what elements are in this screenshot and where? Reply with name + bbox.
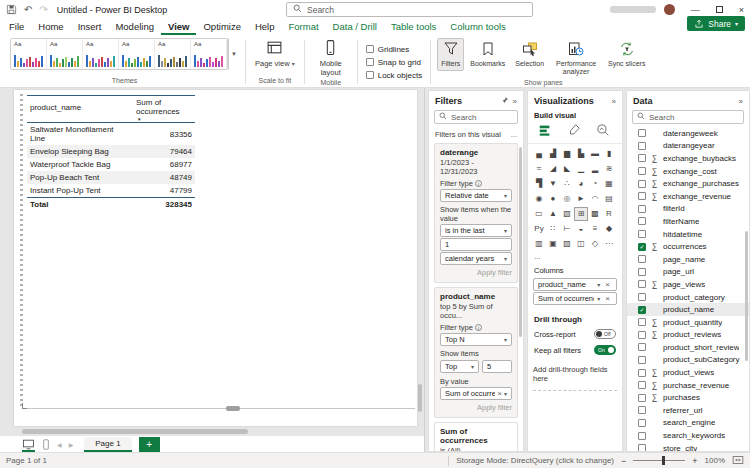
more-visuals-icon[interactable]: ... bbox=[528, 250, 622, 261]
filter-input[interactable]: 5 bbox=[482, 360, 512, 373]
remove-icon[interactable]: × bbox=[605, 280, 610, 289]
filters-button[interactable]: Filters bbox=[437, 38, 464, 71]
visual-type-line-and-stacked-column-chart[interactable]: ▁ bbox=[575, 163, 587, 175]
visual-type-paginated-report[interactable]: ▥ bbox=[533, 238, 545, 250]
visual-type-custom-visual-1[interactable]: ▨ bbox=[561, 238, 573, 250]
avatar[interactable] bbox=[664, 4, 675, 15]
field-checkbox[interactable] bbox=[638, 180, 646, 188]
visual-type-matrix[interactable]: ▩ bbox=[589, 208, 601, 220]
field-checkbox[interactable] bbox=[638, 154, 646, 162]
previous-page-button[interactable]: ◀ bbox=[57, 441, 62, 448]
field-page-views[interactable]: ∑page_views bbox=[627, 278, 749, 291]
apply-filter-button[interactable]: Apply filter bbox=[440, 403, 512, 412]
format-visual-tab[interactable] bbox=[567, 123, 581, 139]
field-checkbox[interactable] bbox=[638, 356, 646, 364]
menu-view[interactable]: View bbox=[161, 19, 196, 35]
collapse-pane-icon[interactable]: » bbox=[513, 97, 517, 106]
global-search-box[interactable]: Search bbox=[286, 2, 533, 17]
apply-filter-button[interactable]: Apply filter bbox=[440, 268, 512, 277]
checkbox-lock-objects[interactable]: Lock objects bbox=[366, 71, 422, 80]
field-checkbox[interactable] bbox=[638, 394, 646, 402]
field-checkbox[interactable] bbox=[638, 318, 646, 326]
field-product-name[interactable]: ✓product_name bbox=[627, 303, 749, 316]
field-checkbox[interactable] bbox=[638, 444, 646, 451]
visual-type-line-and-clustered-column-chart[interactable]: ▂ bbox=[589, 163, 601, 175]
maximize-button[interactable] bbox=[716, 6, 723, 13]
performance-analyzer-button[interactable]: Performance analyzer bbox=[550, 38, 602, 78]
field-checkbox[interactable] bbox=[638, 406, 646, 414]
keep-all-filters-toggle[interactable]: On bbox=[594, 345, 616, 355]
filter-card-sum-of-occurrences[interactable]: Sum of occurrencesis (All) bbox=[434, 422, 518, 451]
menu-data-drill[interactable]: Data / Drill bbox=[326, 19, 384, 35]
visual-type-table[interactable]: ⊞ bbox=[575, 208, 587, 220]
fit-to-page-icon[interactable] bbox=[732, 455, 744, 467]
collapse-pane-icon[interactable]: » bbox=[739, 97, 743, 106]
field-checkbox[interactable] bbox=[638, 205, 646, 213]
field-store-city[interactable]: store_city bbox=[627, 442, 749, 451]
next-page-button[interactable]: ▶ bbox=[69, 441, 74, 448]
field-purchase-revenue[interactable]: ∑purchase_revenue bbox=[627, 379, 749, 392]
visual-type-100-stacked-column-chart[interactable]: ▮ bbox=[603, 148, 615, 160]
bookmarks-button[interactable]: Bookmarks bbox=[466, 38, 509, 71]
field-product-quantity[interactable]: ∑product_quantity bbox=[627, 316, 749, 329]
visual-type-kpi[interactable]: ▲ bbox=[547, 208, 559, 220]
minimize-button[interactable]: — bbox=[691, 5, 700, 15]
column-header-sum-of-occurrences[interactable]: Sum of occurrences▼ bbox=[133, 96, 195, 123]
visual-type-get-more-visuals[interactable]: ⋯ bbox=[603, 238, 615, 250]
report-canvas[interactable]: product_nameSum of occurrences▼Saltwater… bbox=[0, 88, 424, 436]
visual-bottom-edge[interactable] bbox=[22, 408, 415, 409]
field-checkbox[interactable] bbox=[638, 167, 646, 175]
menu-home[interactable]: Home bbox=[31, 19, 70, 35]
field-product-views[interactable]: ∑product_views bbox=[627, 366, 749, 379]
new-page-button[interactable]: + bbox=[139, 437, 160, 452]
filter-select[interactable]: Relative date▾ bbox=[440, 189, 512, 202]
visual-type-decomposition-tree[interactable]: ⊢ bbox=[561, 223, 573, 235]
field-occurrences[interactable]: ✓∑occurrences bbox=[627, 240, 749, 253]
field-search-engine[interactable]: search_engine bbox=[627, 417, 749, 430]
field-well-product-name[interactable]: product_name▾× bbox=[533, 278, 617, 291]
filters-scrollbar[interactable] bbox=[519, 147, 522, 337]
field-checkbox[interactable] bbox=[638, 129, 646, 137]
theme-option-3[interactable]: Aa bbox=[83, 39, 119, 69]
share-button[interactable]: Share ▾ bbox=[687, 16, 745, 31]
desktop-view-button[interactable] bbox=[22, 439, 35, 450]
field-well-sum-of-occurrences[interactable]: Sum of occurrences▾× bbox=[533, 292, 617, 305]
collapse-pane-icon[interactable]: » bbox=[612, 97, 616, 106]
field-referrer-url[interactable]: referrer_url bbox=[627, 404, 749, 417]
field-filtername[interactable]: filterName bbox=[627, 215, 749, 228]
selection-button[interactable]: Selection bbox=[511, 38, 548, 71]
filter-select[interactable]: Top▾ bbox=[440, 360, 479, 373]
storage-mode-label[interactable]: Storage Mode: DirectQuery (click to chan… bbox=[456, 456, 614, 465]
field-exchange-cost[interactable]: ∑exchange_cost bbox=[627, 165, 749, 178]
page-tab[interactable]: Page 1 bbox=[84, 437, 131, 452]
checkbox-gridlines[interactable]: Gridlines bbox=[366, 45, 422, 54]
visual-type-100-stacked-bar-chart[interactable]: ▬ bbox=[589, 148, 601, 160]
remove-icon[interactable]: × bbox=[605, 294, 610, 303]
visual-type-gauge[interactable]: ◠ bbox=[589, 193, 601, 205]
visual-type-treemap[interactable]: ▦ bbox=[603, 178, 615, 190]
field-checkbox[interactable] bbox=[638, 142, 646, 150]
field-search-keywords[interactable]: search_keywords bbox=[627, 429, 749, 442]
theme-gallery-expand-button[interactable]: ▼ bbox=[228, 38, 239, 70]
visual-type-power-apps[interactable]: ▣ bbox=[547, 238, 559, 250]
filter-input[interactable]: 1 bbox=[440, 238, 512, 251]
visual-type-filled-map[interactable]: ● bbox=[547, 193, 559, 205]
visual-type-r-script-visual[interactable]: R bbox=[603, 208, 615, 220]
table-row[interactable]: Waterproof Tackle Bag68977 bbox=[27, 158, 195, 171]
field-checkbox[interactable]: ✓ bbox=[638, 243, 646, 251]
filter-select[interactable]: Sum of occurrences×▾ bbox=[440, 387, 512, 400]
field-filterid[interactable]: filterId bbox=[627, 203, 749, 216]
field-exchange-revenue[interactable]: ∑exchange_revenue bbox=[627, 190, 749, 203]
field-checkbox[interactable] bbox=[638, 419, 646, 427]
column-header-product-name[interactable]: product_name bbox=[27, 96, 133, 123]
field-page-url[interactable]: page_url bbox=[627, 266, 749, 279]
menu-table-tools[interactable]: Table tools bbox=[384, 19, 443, 35]
field-checkbox[interactable] bbox=[638, 432, 646, 440]
field-checkbox[interactable] bbox=[638, 255, 646, 263]
visual-type-smart-narrative[interactable]: ≡ bbox=[589, 223, 601, 235]
visual-type-azure-map[interactable]: ► bbox=[575, 193, 587, 205]
menu-help[interactable]: Help bbox=[248, 19, 282, 35]
remove-icon[interactable]: × bbox=[497, 389, 502, 398]
cross-report-toggle[interactable]: Off bbox=[594, 329, 616, 339]
visual-type-donut-chart[interactable]: ◔ bbox=[589, 178, 601, 190]
